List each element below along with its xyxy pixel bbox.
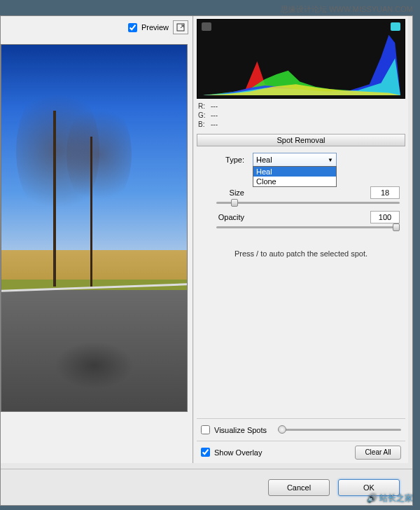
bottom-options: Visualize Spots Show Overlay Clear All xyxy=(197,418,405,463)
visualize-slider-thumb[interactable] xyxy=(278,425,286,434)
watermark-bottom: 🔊 站长之家 xyxy=(367,492,413,504)
opacity-slider-row xyxy=(197,226,405,228)
histogram-panel xyxy=(197,19,405,99)
size-slider-row xyxy=(197,202,405,204)
settings-panel: R:--- G:--- B:--- Spot Removal Type: Hea… xyxy=(194,16,408,463)
chevron-down-icon: ▼ xyxy=(328,157,333,163)
cancel-button[interactable]: Cancel xyxy=(268,479,330,496)
shadow-clip-icon[interactable] xyxy=(202,22,211,31)
visualize-spots-checkbox[interactable] xyxy=(201,425,210,434)
section-header-spot-removal[interactable]: Spot Removal xyxy=(197,134,405,146)
size-label: Size xyxy=(197,188,253,197)
type-row: Type: Heal ▼ Heal Clone xyxy=(197,153,405,167)
type-dropdown[interactable]: Heal ▼ xyxy=(253,153,337,167)
highlight-clip-icon[interactable] xyxy=(391,22,400,31)
fullscreen-button[interactable] xyxy=(173,20,188,34)
spot-removal-controls: Type: Heal ▼ Heal Clone Size xyxy=(197,153,405,258)
fullscreen-icon xyxy=(176,23,185,32)
show-overlay-checkbox[interactable] xyxy=(201,448,210,457)
clear-all-button[interactable]: Clear All xyxy=(355,446,401,460)
opacity-slider[interactable] xyxy=(216,226,400,228)
hint-text: Press / to auto patch the selected spot. xyxy=(197,249,405,258)
dialog-footer: Cancel OK xyxy=(1,469,412,505)
size-slider[interactable] xyxy=(216,202,400,204)
size-slider-thumb[interactable] xyxy=(231,199,238,207)
type-label: Type: xyxy=(197,156,253,164)
visualize-spots-label: Visualize Spots xyxy=(214,426,267,434)
opacity-row: Opacity xyxy=(197,211,405,223)
type-option-heal[interactable]: Heal xyxy=(253,167,336,177)
watermark-top: 思缘设计论坛 WWW.MISSYUAN.COM xyxy=(281,4,413,15)
opacity-slider-thumb[interactable] xyxy=(393,223,400,231)
size-input[interactable] xyxy=(370,186,400,199)
preview-checkbox[interactable] xyxy=(128,23,137,32)
image-preview[interactable] xyxy=(1,44,188,412)
photo-content xyxy=(1,45,187,411)
type-dropdown-list: Heal Clone xyxy=(253,166,337,187)
rgb-readout: R:--- G:--- B:--- xyxy=(198,102,218,129)
show-overlay-row: Show Overlay Clear All xyxy=(197,441,405,463)
histogram-chart xyxy=(203,34,400,95)
preview-toolbar: Preview xyxy=(128,20,188,34)
size-row: Size xyxy=(197,186,405,199)
preview-panel: Preview xyxy=(1,16,193,463)
opacity-label: Opacity xyxy=(197,213,253,221)
preview-label: Preview xyxy=(141,23,169,32)
type-option-clone[interactable]: Clone xyxy=(253,177,336,186)
show-overlay-label: Show Overlay xyxy=(214,448,262,457)
opacity-input[interactable] xyxy=(370,211,400,223)
dialog-window: Preview xyxy=(0,15,413,506)
visualize-spots-slider[interactable] xyxy=(278,429,401,431)
visualize-spots-row: Visualize Spots xyxy=(197,418,405,441)
